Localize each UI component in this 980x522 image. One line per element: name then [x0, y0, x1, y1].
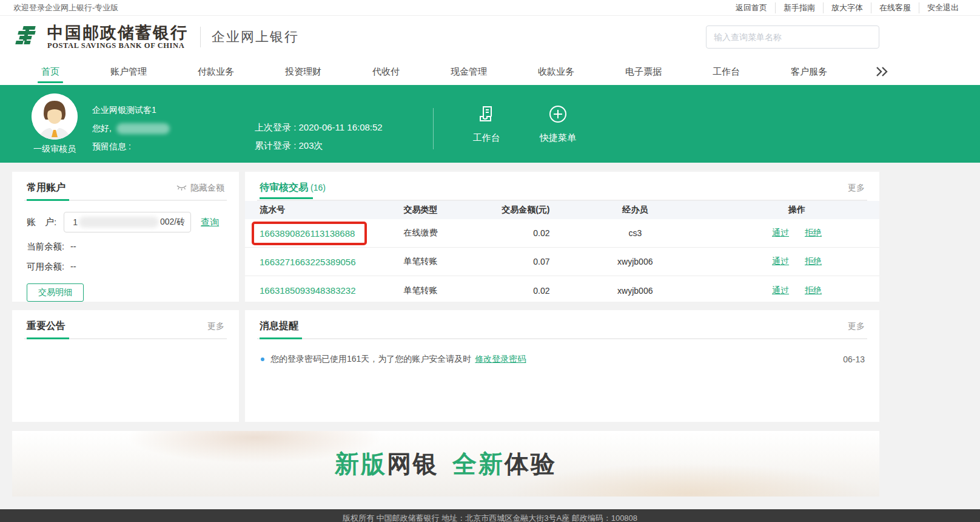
- pending-more-link[interactable]: 更多: [848, 183, 865, 194]
- query-link[interactable]: 查询: [201, 217, 219, 228]
- account-label: 账 户:: [27, 217, 56, 228]
- transaction-type: 单笔转账: [404, 256, 492, 267]
- transaction-id-link[interactable]: 1663185093948383232: [260, 285, 356, 296]
- highlight-red-box: 1663890826113138688: [252, 222, 367, 245]
- message-more-link[interactable]: 更多: [848, 321, 865, 332]
- nav-expand-icon[interactable]: [874, 58, 889, 85]
- bullet-icon: [261, 358, 264, 361]
- transaction-type: 单笔转账: [404, 285, 492, 296]
- quick-menu-plus-icon: [547, 103, 569, 125]
- header-divider: [200, 27, 201, 47]
- nav-item-account-management[interactable]: 账户管理: [107, 58, 150, 85]
- bank-logo: 中国邮政储蓄银行 POSTAL SAVINGS BANK OF CHINA: [13, 23, 188, 51]
- table-row: 1663185093948383232 单笔转账 0.02 xwyjb006 通…: [245, 276, 879, 305]
- nav-item-workbench[interactable]: 工作台: [709, 58, 743, 85]
- table-row: 1663271663225389056 单笔转账 0.07 xwyjb006 通…: [245, 248, 879, 276]
- workbench-label: 工作台: [459, 132, 514, 144]
- user-avatar: [32, 93, 78, 140]
- transaction-operator: xwyjb006: [556, 257, 715, 266]
- header: 中国邮政储蓄银行 POSTAL SAVINGS BANK OF CHINA 企业…: [0, 16, 980, 58]
- transaction-id-link[interactable]: 1663271663225389056: [260, 257, 356, 267]
- message-item: 您的登录密码已使用161天，为了您的账户安全请及时 修改登录密码 06-13: [261, 354, 865, 365]
- important-notice-title: 重要公告: [27, 320, 65, 333]
- approve-link[interactable]: 通过: [772, 285, 789, 295]
- table-row: 1663890826113138688 在线缴费 0.02 cs3 通过 拒绝: [245, 219, 879, 248]
- transaction-amount: 0.07: [492, 257, 556, 266]
- important-notice-panel: 重要公告 更多: [12, 310, 239, 422]
- nav-item-collection-payment[interactable]: 代收付: [369, 58, 403, 85]
- nav-item-payment[interactable]: 付款业务: [194, 58, 238, 85]
- bank-logo-icon: [13, 23, 41, 51]
- bank-name-en: POSTAL SAVINGS BANK OF CHINA: [47, 41, 188, 50]
- link-safe-logout[interactable]: 安全退出: [919, 2, 967, 13]
- reject-link[interactable]: 拒绝: [805, 256, 822, 266]
- message-reminder-title: 消息提醒: [260, 320, 298, 333]
- promo-part-experience: 体验: [505, 450, 557, 477]
- account-select[interactable]: 1 002/砖: [64, 212, 191, 232]
- utility-links: 返回首页 新手指南 放大字体 在线客服 安全退出: [728, 2, 967, 13]
- transaction-amount: 0.02: [492, 286, 556, 296]
- promo-text: 新版网银全新体验: [335, 447, 557, 481]
- message-text: 您的登录密码已使用161天，为了您的账户安全请及时: [270, 354, 471, 365]
- hide-amount-label: 隐藏金额: [190, 183, 224, 194]
- nav-item-investment[interactable]: 投资理财: [281, 58, 325, 85]
- message-date: 06-13: [843, 354, 865, 364]
- nav-item-receivables[interactable]: 收款业务: [534, 58, 578, 85]
- hide-amount-toggle[interactable]: 隐藏金额: [176, 183, 224, 194]
- transaction-operator: xwyjb006: [556, 286, 715, 296]
- pending-transactions-panel: 待审核交易(16) 更多 流水号 交易类型 交易金额(元) 经办员 操作 166…: [245, 172, 879, 302]
- current-balance-value: --: [70, 242, 76, 251]
- frequent-accounts-panel: 常用账户 隐藏金额 账 户: 1 002/砖 查询 当前余额:-: [12, 172, 239, 302]
- pending-count: (16): [310, 183, 326, 192]
- banner-divider: [433, 108, 434, 149]
- main-nav: 首页 账户管理 付款业务 投资理财 代收付 现金管理 收款业务 电子票据 工作台…: [0, 58, 980, 85]
- nav-item-customer-service[interactable]: 客户服务: [787, 58, 831, 85]
- top-utility-bar: 欢迎登录企业网上银行-专业版 返回首页 新手指南 放大字体 在线客服 安全退出: [0, 0, 980, 16]
- redacted-account-blur: [79, 217, 159, 228]
- welcome-text: 欢迎登录企业网上银行-专业版: [13, 2, 118, 13]
- available-balance-value: --: [70, 262, 76, 271]
- promo-part-ebank: 网银: [387, 450, 439, 477]
- nav-item-e-bills[interactable]: 电子票据: [622, 58, 665, 85]
- quick-menu-label: 快捷菜单: [531, 132, 585, 144]
- account-number-prefix: 1: [73, 217, 78, 227]
- transaction-operator: cs3: [556, 228, 715, 238]
- quick-menu-shortcut[interactable]: 快捷菜单: [531, 103, 585, 144]
- footer: 版权所有 中国邮政储蓄银行 地址：北京市西城区金融大街3号A座 邮政编码：100…: [0, 509, 980, 522]
- product-name: 企业网上银行: [212, 28, 299, 46]
- col-actions: 操作: [714, 205, 879, 215]
- nav-item-cash-management[interactable]: 现金管理: [447, 58, 491, 85]
- last-login-label: 上次登录 :: [255, 122, 299, 132]
- workbench-shortcut[interactable]: 工作台: [459, 103, 514, 144]
- transaction-detail-button[interactable]: 交易明细: [27, 283, 84, 302]
- frequent-accounts-title: 常用账户: [27, 181, 65, 194]
- company-name: 企业网银测试客1: [92, 101, 170, 119]
- total-login-label: 累计登录 :: [255, 140, 299, 151]
- link-enlarge-font[interactable]: 放大字体: [823, 2, 871, 13]
- approve-link[interactable]: 通过: [772, 256, 789, 266]
- main-content: 常用账户 隐藏金额 账 户: 1 002/砖 查询 当前余额:-: [12, 172, 879, 497]
- available-balance-label: 可用余额:: [27, 262, 64, 271]
- approve-link[interactable]: 通过: [772, 228, 789, 237]
- nav-item-home[interactable]: 首页: [38, 58, 63, 85]
- user-role-label: 一级审核员: [32, 144, 78, 155]
- reject-link[interactable]: 拒绝: [805, 285, 822, 295]
- transaction-id-link[interactable]: 1663890826113138688: [260, 228, 355, 239]
- menu-search-input[interactable]: [706, 25, 879, 49]
- col-flow-number: 流水号: [245, 205, 404, 215]
- notice-more-link[interactable]: 更多: [207, 321, 224, 332]
- promo-banner: 新版网银全新体验: [12, 431, 879, 497]
- transaction-amount: 0.02: [492, 228, 556, 238]
- change-password-link[interactable]: 修改登录密码: [475, 354, 526, 365]
- promo-part-new-version: 新版: [335, 450, 387, 477]
- account-number-suffix: 002/砖: [160, 217, 185, 228]
- link-online-service[interactable]: 在线客服: [871, 2, 919, 13]
- col-transaction-type: 交易类型: [404, 205, 492, 215]
- col-operator: 经办员: [556, 205, 715, 215]
- reject-link[interactable]: 拒绝: [805, 228, 822, 237]
- link-return-home[interactable]: 返回首页: [728, 2, 775, 13]
- link-beginner-guide[interactable]: 新手指南: [775, 2, 823, 13]
- copyright-text: 版权所有 中国邮政储蓄银行 地址：北京市西城区金融大街3号A座 邮政编码：100…: [0, 509, 980, 522]
- pending-transactions-title: 待审核交易: [260, 182, 308, 192]
- greeting-text: 您好,: [92, 123, 112, 133]
